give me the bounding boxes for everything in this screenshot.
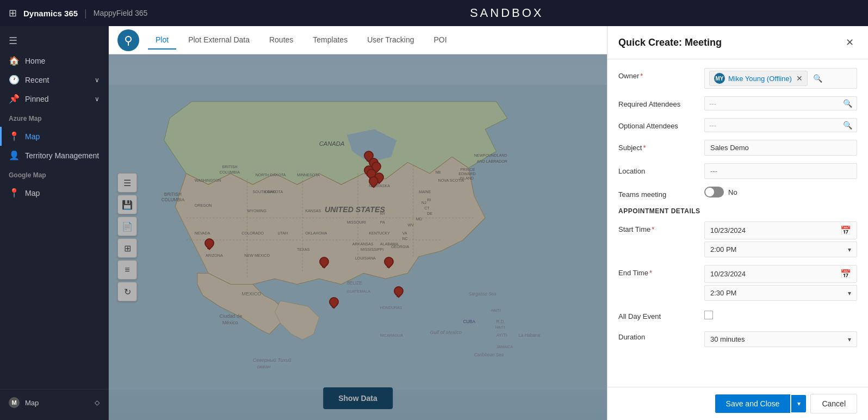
sidebar-item-home[interactable]: 🏠 Home — [0, 51, 108, 70]
end-time-value: 2:30 PM — [710, 289, 848, 297]
sidebar-bottom-map[interactable]: M Map ◇ — [0, 394, 108, 411]
duration-select-row[interactable]: 30 minutes ▾ — [704, 331, 857, 347]
start-calendar-icon[interactable]: 📅 — [840, 225, 851, 236]
qc-close-button[interactable]: ✕ — [842, 35, 857, 50]
teams-meeting-input-wrap: No — [704, 187, 857, 197]
chevron-down-icon: ∨ — [95, 95, 100, 103]
sidebar-bottom-label: Map — [25, 399, 39, 407]
start-time-row[interactable]: 2:00 PM ▾ — [704, 242, 857, 257]
qc-footer: Save and Close ▾ Cancel — [607, 387, 868, 420]
separator: | — [84, 8, 87, 19]
end-time-chevron[interactable]: ▾ — [848, 289, 851, 297]
qc-title: Quick Create: Meeting — [618, 37, 842, 48]
sidebar-item-label: Territory Management — [25, 151, 99, 160]
start-time-chevron[interactable]: ▾ — [848, 246, 851, 254]
map-area: Plot Plot External Data Routes Templates… — [109, 26, 607, 420]
overlay-dim — [109, 54, 607, 420]
azure-map-section: Azure Map — [0, 110, 108, 127]
duration-field: Duration 30 minutes ▾ — [618, 329, 857, 347]
qc-header: Quick Create: Meeting ✕ — [607, 26, 868, 59]
owner-row: MY Mike Young (Offline) ✕ 🔍 — [704, 68, 857, 89]
sidebar-item-gmap[interactable]: 📍 Map — [0, 183, 108, 202]
app-name: Dynamics 365 — [23, 9, 78, 18]
location-label: Location — [618, 163, 700, 175]
expand-icon: ◇ — [95, 399, 100, 406]
save-dropdown-button[interactable]: ▾ — [791, 395, 806, 412]
sidebar-item-label: Map — [25, 189, 40, 197]
end-time-field: End Time* 10/23/2024 📅 2:30 PM ▾ — [618, 265, 857, 301]
optional-attendees-placeholder: --- — [709, 121, 838, 129]
google-map-section: Google Map — [0, 167, 108, 183]
end-calendar-icon[interactable]: 📅 — [840, 269, 851, 279]
required-attendees-search-icon[interactable]: 🔍 — [843, 99, 852, 108]
end-time-input-wrap: 10/23/2024 📅 2:30 PM ▾ — [704, 265, 857, 301]
start-date-value: 10/23/2024 — [710, 226, 837, 234]
home-icon: 🏠 — [9, 55, 20, 66]
sidebar-item-recent[interactable]: 🕐 Recent ∨ — [0, 70, 108, 89]
save-and-close-button[interactable]: Save and Close — [715, 394, 791, 413]
qc-body: Owner* MY Mike Young (Offline) ✕ 🔍 Requi — [607, 59, 868, 387]
location-input-wrap[interactable] — [704, 163, 857, 179]
territory-icon: 👤 — [9, 150, 20, 160]
subject-field: Subject* — [618, 140, 857, 156]
optional-attendees-search-icon[interactable]: 🔍 — [843, 121, 852, 129]
cancel-button[interactable]: Cancel — [810, 394, 857, 413]
start-time-input-wrap: 10/23/2024 📅 2:00 PM ▾ — [704, 221, 857, 257]
duration-chevron[interactable]: ▾ — [848, 336, 851, 343]
all-day-input-wrap — [704, 308, 857, 322]
all-day-checkbox[interactable] — [704, 311, 713, 319]
required-attendees-placeholder: --- — [709, 100, 838, 108]
sidebar: ☰ 🏠 Home 🕐 Recent ∨ 📌 Pinned ∨ Azure Map… — [0, 26, 109, 420]
required-attendees-label: Required Attendees — [618, 96, 700, 108]
sidebar-item-pinned[interactable]: 📌 Pinned ∨ — [0, 89, 108, 108]
top-bar: ⊞ Dynamics 365 | MappyField 365 SANDBOX — [0, 0, 868, 26]
app-logo — [117, 29, 139, 51]
start-time-value: 2:00 PM — [710, 245, 848, 254]
grid-icon[interactable]: ⊞ — [9, 7, 17, 19]
all-day-label: All Day Event — [618, 308, 700, 320]
owner-label: Owner* — [618, 68, 700, 80]
owner-search-icon[interactable]: 🔍 — [813, 74, 822, 83]
end-date-row[interactable]: 10/23/2024 📅 — [704, 265, 857, 283]
tab-templates[interactable]: Templates — [305, 31, 355, 50]
start-time-label: Start Time* — [618, 221, 700, 233]
end-time-row[interactable]: 2:30 PM ▾ — [704, 285, 857, 301]
owner-remove-button[interactable]: ✕ — [796, 74, 803, 83]
sidebar-item-label: Pinned — [25, 95, 49, 103]
start-time-field: Start Time* 10/23/2024 📅 2:00 PM ▾ — [618, 221, 857, 257]
sidebar-item-label: Map — [25, 132, 40, 141]
tab-poi[interactable]: POI — [426, 31, 455, 50]
tab-plot[interactable]: Plot — [148, 31, 176, 50]
subject-input-wrap[interactable] — [704, 140, 857, 156]
owner-field: Owner* MY Mike Young (Offline) ✕ 🔍 — [618, 68, 857, 89]
end-time-label: End Time* — [618, 265, 700, 277]
recent-icon: 🕐 — [9, 75, 20, 85]
teams-meeting-field: Teams meeting No — [618, 187, 857, 199]
location-input[interactable] — [704, 163, 857, 179]
sidebar-item-map[interactable]: 📍 Map — [0, 127, 108, 146]
owner-input-wrap: MY Mike Young (Offline) ✕ 🔍 — [704, 68, 857, 89]
teams-meeting-label: Teams meeting — [618, 187, 700, 199]
start-date-row[interactable]: 10/23/2024 📅 — [704, 221, 857, 239]
quick-create-panel: Quick Create: Meeting ✕ Owner* MY Mike Y… — [607, 26, 868, 420]
map-container[interactable]: UNITED STATES CANADA MEXICO Ciudad de Mé… — [109, 54, 607, 420]
user-avatar: M — [9, 397, 20, 408]
hamburger-icon[interactable]: ☰ — [0, 30, 108, 51]
subject-label: Subject* — [618, 140, 700, 152]
all-day-event-field: All Day Event — [618, 308, 857, 322]
owner-name: Mike Young (Offline) — [728, 75, 792, 83]
required-attendees-row: --- 🔍 — [704, 96, 857, 110]
svg-point-0 — [126, 36, 131, 42]
tab-user-tracking[interactable]: User Tracking — [359, 31, 421, 50]
tab-routes[interactable]: Routes — [262, 31, 301, 50]
teams-meeting-value: No — [728, 188, 737, 196]
subject-input[interactable] — [704, 140, 857, 156]
optional-attendees-row: --- 🔍 — [704, 118, 857, 132]
sidebar-item-territory[interactable]: 👤 Territory Management — [0, 146, 108, 165]
pin-icon: 📌 — [9, 94, 20, 104]
required-attendees-field: Required Attendees --- 🔍 — [618, 96, 857, 110]
sidebar-item-label: Recent — [25, 76, 49, 84]
teams-meeting-toggle[interactable] — [704, 187, 724, 197]
tab-plot-external[interactable]: Plot External Data — [181, 31, 257, 50]
sandbox-title: SANDBOX — [154, 6, 859, 20]
